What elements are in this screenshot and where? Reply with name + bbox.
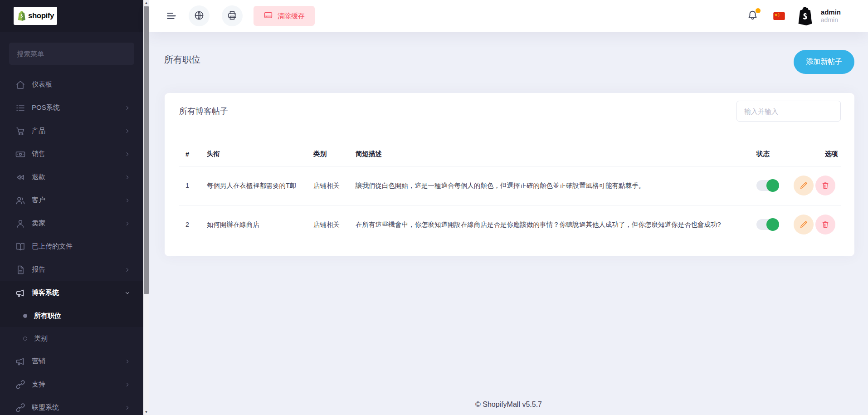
table-search-input[interactable] <box>736 101 841 122</box>
sidebar-item-label: 支持 <box>32 380 45 389</box>
sidebar-item-uploaded-files[interactable]: 已上传的文件 <box>0 235 143 258</box>
megaphone-icon <box>15 356 26 367</box>
bell-icon <box>746 16 759 23</box>
sidebar-item-label: 仪表板 <box>32 80 52 89</box>
sidebar-item-label: 客户 <box>32 196 45 205</box>
sidebar-item-refunds[interactable]: 退款 <box>0 166 143 189</box>
language-globe-button[interactable] <box>189 5 210 26</box>
sidebar-search-input[interactable] <box>9 43 134 65</box>
sidebar-item-dashboard[interactable]: 仪表板 <box>0 73 143 96</box>
row-index: 1 <box>179 166 200 205</box>
column-header: 简短描述 <box>349 142 750 166</box>
sidebar-item-label: 产品 <box>32 127 45 135</box>
sidebar-subitem-categories[interactable]: 类别 <box>0 327 143 350</box>
scroll-down-arrow-icon[interactable]: ▼ <box>143 409 149 415</box>
user-name: admin <box>821 8 841 16</box>
sidebar-item-label: 报告 <box>32 265 45 274</box>
notifications-button[interactable] <box>746 9 759 23</box>
sidebar-menu: 仪表板POS系统产品销售退款客户卖家已上传的文件报告博客系统所有职位类别营销支持… <box>0 73 143 415</box>
scrollbar-thumb[interactable] <box>144 6 149 294</box>
print-button[interactable] <box>222 5 243 26</box>
chevron-right-icon <box>124 128 131 134</box>
post-category: 店铺相关 <box>307 166 349 205</box>
user-menu[interactable]: admin admin <box>795 5 841 26</box>
sidebar-item-customers[interactable]: 客户 <box>0 189 143 212</box>
link-icon <box>15 402 26 413</box>
chevron-right-icon <box>124 174 131 181</box>
globe-icon <box>194 10 205 22</box>
sidebar-scrollbar[interactable]: ▲ ▼ <box>143 0 149 415</box>
file-icon <box>15 264 26 275</box>
sidebar-item-sales[interactable]: 销售 <box>0 142 143 166</box>
card-title: 所有博客帖子 <box>179 106 228 117</box>
post-description: 讓我們從白色開始，這是一種適合每個人的顏色，但選擇正確的顏色並正確設置風格可能有… <box>349 166 750 205</box>
sidebar-item-affiliate-system[interactable]: 联盟系统 <box>0 396 143 415</box>
app-window: shopify 仪表板POS系统产品销售退款客户卖家已上传的文件报告博客系统所有… <box>0 0 868 415</box>
column-header: # <box>179 142 200 166</box>
cart-icon <box>15 126 26 137</box>
delete-button[interactable] <box>815 215 835 234</box>
sidebar-item-label: POS系统 <box>32 103 60 112</box>
sidebar-subitem-label: 类别 <box>34 334 48 343</box>
post-title: 每個男人在衣櫃裡都需要的T卹 <box>200 166 307 205</box>
column-header: 状态 <box>750 142 794 166</box>
sidebar-subitem-label: 所有职位 <box>34 312 61 320</box>
avatar-shopify-bag-icon <box>796 6 814 26</box>
clear-cache-button[interactable]: 清除缓存 <box>254 6 315 26</box>
edit-button[interactable] <box>794 176 814 195</box>
megaphone-icon <box>15 288 26 298</box>
sidebar-item-support[interactable]: 支持 <box>0 373 143 396</box>
sidebar-item-sellers[interactable]: 卖家 <box>0 212 143 235</box>
sidebar-item-marketing[interactable]: 营销 <box>0 350 143 373</box>
hamburger-icon <box>164 16 179 23</box>
notification-dot <box>756 8 761 13</box>
brand-text: shopify <box>28 11 54 20</box>
status-toggle[interactable] <box>756 219 778 230</box>
bullet-dot-icon <box>23 314 27 318</box>
column-header: 选项 <box>794 142 841 166</box>
list-icon <box>15 103 26 113</box>
pencil-icon <box>799 220 808 229</box>
column-header: 头衔 <box>200 142 307 166</box>
chevron-right-icon <box>124 105 131 111</box>
status-toggle[interactable] <box>756 180 778 191</box>
sidebar-item-label: 卖家 <box>32 219 45 228</box>
user-role: admin <box>821 16 841 24</box>
chevron-down-icon <box>124 290 131 296</box>
scroll-up-arrow-icon[interactable]: ▲ <box>143 0 149 6</box>
pencil-icon <box>799 181 808 190</box>
chevron-right-icon <box>124 151 131 157</box>
topbar: 清除缓存 <box>149 0 868 32</box>
table-row: 2如何開辦在線商店店铺相关在所有這些機會中，你怎麼知道開設在線商店是否是你應該做… <box>179 205 841 244</box>
sidebar-item-reports[interactable]: 报告 <box>0 258 143 281</box>
post-description: 在所有這些機會中，你怎麼知道開設在線商店是否是你應該做的事情？你聽說過其他人成功… <box>349 205 750 244</box>
sidebar-item-label: 博客系统 <box>32 288 59 297</box>
toggle-sidebar-button[interactable] <box>164 10 179 21</box>
sidebar-item-label: 销售 <box>32 150 45 158</box>
posts-table: #头衔类别简短描述状态选项 1每個男人在衣櫃裡都需要的T卹店铺相关讓我們從白色開… <box>179 142 841 244</box>
post-category: 店铺相关 <box>307 205 349 244</box>
sidebar-item-blog-system[interactable]: 博客系统 <box>0 281 143 304</box>
users-icon <box>15 195 26 206</box>
shopify-logo: shopify <box>14 7 57 25</box>
table-row: 1每個男人在衣櫃裡都需要的T卹店铺相关讓我們從白色開始，這是一種適合每個人的顏色… <box>179 166 841 205</box>
main-content: 所有职位 添加新帖子 所有博客帖子 #头衔类别简短描述状态选项 1每個男人在衣櫃… <box>149 32 868 415</box>
sidebar-item-products[interactable]: 产品 <box>0 119 143 142</box>
book-icon <box>15 241 26 252</box>
sidebar-subitem-all-posts[interactable]: 所有职位 <box>0 304 143 327</box>
sidebar-item-pos-system[interactable]: POS系统 <box>0 96 143 119</box>
table-header-row: #头衔类别简短描述状态选项 <box>179 142 841 166</box>
sidebar-item-label: 退款 <box>32 173 45 181</box>
chevron-right-icon <box>124 220 131 227</box>
sidebar-item-label: 联盟系统 <box>32 403 59 412</box>
language-flag-button[interactable] <box>773 12 785 20</box>
printer-icon <box>227 10 238 22</box>
sidebar-brand[interactable]: shopify <box>0 0 143 32</box>
add-new-post-button[interactable]: 添加新帖子 <box>794 50 854 74</box>
posts-card: 所有博客帖子 #头衔类别简短描述状态选项 1每個男人在衣櫃裡都需要的T卹店铺相关… <box>165 93 854 256</box>
home-icon <box>15 79 26 90</box>
delete-button[interactable] <box>815 176 835 195</box>
hard-drive-icon <box>263 10 273 21</box>
edit-button[interactable] <box>794 215 814 234</box>
chevron-right-icon <box>124 358 131 365</box>
